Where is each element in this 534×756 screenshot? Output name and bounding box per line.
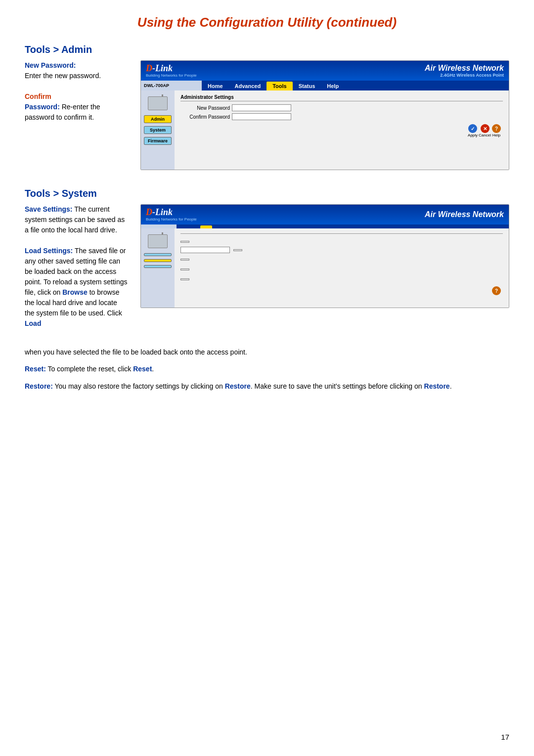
apply-label: Apply bbox=[468, 133, 478, 137]
new-password-input[interactable] bbox=[232, 104, 291, 111]
load-continuation: when you have selected the file to be lo… bbox=[25, 348, 247, 356]
confirm-password-label: Password: bbox=[25, 103, 60, 111]
air-wireless-title: Air Wireless Network bbox=[425, 64, 504, 73]
restore-section bbox=[180, 274, 503, 280]
firmware-btn[interactable]: Firmware bbox=[144, 137, 172, 145]
new-password-field-label: New Password bbox=[180, 105, 230, 111]
dlink-logo-sub-sys: Building Networks for People bbox=[146, 217, 197, 222]
dlink-logo-sys: D-Link Building Networks for People bbox=[146, 208, 197, 222]
help-button[interactable]: ? Help bbox=[492, 124, 501, 137]
system-help-row: ? bbox=[180, 284, 503, 297]
system-panel-main: ? bbox=[175, 228, 509, 308]
admin-section: New Password: Enter the new password. Co… bbox=[25, 60, 509, 170]
system-help-icon: ? bbox=[492, 286, 501, 295]
save-settings-section bbox=[180, 237, 503, 243]
system-description: Save Settings: The current system settin… bbox=[25, 204, 129, 329]
confirm-password-input[interactable] bbox=[232, 113, 291, 120]
system-panel-content: ? bbox=[141, 228, 509, 308]
dlink-logo: D-Link Building Networks for People bbox=[146, 64, 197, 78]
page-title: Using the Configuration Utility (continu… bbox=[25, 15, 509, 30]
new-password-text: Enter the new password. bbox=[25, 72, 101, 80]
system-panel: D-Link Building Networks for People Air … bbox=[140, 204, 509, 308]
reset-link[interactable]: Reset bbox=[133, 365, 152, 373]
page-number: 17 bbox=[501, 733, 509, 741]
reset-button[interactable] bbox=[180, 268, 189, 270]
cancel-icon: ✕ bbox=[481, 124, 490, 133]
load-file-input[interactable] bbox=[180, 247, 230, 253]
load-settings-label: Load Settings: bbox=[25, 247, 73, 255]
system-panel-sidebar bbox=[141, 228, 175, 308]
system-system-btn[interactable] bbox=[144, 259, 172, 262]
restore-label: Restore: bbox=[25, 382, 53, 390]
restore-mid: . Make sure to save the unit’s settings … bbox=[251, 382, 422, 390]
system-firmware-btn[interactable] bbox=[144, 265, 172, 268]
help-label: Help bbox=[492, 133, 500, 137]
system-help-button[interactable]: ? bbox=[492, 286, 501, 295]
dlink-logo-text: D-Link bbox=[146, 64, 197, 73]
new-password-row: New Password bbox=[180, 104, 503, 111]
admin-nav-home[interactable]: Home bbox=[202, 82, 229, 90]
dlink-logo-sub: Building Networks for People bbox=[146, 73, 197, 78]
admin-panel-content: Admin System Firmware Administrator Sett… bbox=[141, 90, 509, 170]
air-wireless-branding: Air Wireless Network 2.4GHz Wireless Acc… bbox=[425, 64, 504, 78]
restore-link[interactable]: Restore bbox=[225, 382, 251, 390]
reset-end: . bbox=[152, 365, 154, 373]
admin-device-model: DWL-700AP bbox=[141, 82, 172, 89]
admin-nav-advanced[interactable]: Advanced bbox=[229, 82, 267, 90]
reset-section bbox=[180, 265, 503, 270]
cancel-label: Cancel bbox=[479, 133, 491, 137]
admin-actions: ✓ Apply ✕ Cancel ? Help bbox=[180, 122, 503, 139]
system-nav-bar bbox=[177, 224, 509, 228]
system-btn[interactable]: System bbox=[144, 126, 172, 134]
air-wireless-sys: Air Wireless Network bbox=[425, 210, 504, 219]
admin-section-title: Tools > Admin bbox=[25, 44, 92, 55]
restore-link2[interactable]: Restore bbox=[424, 382, 450, 390]
confirm-label: Confirm bbox=[25, 92, 51, 100]
device-image bbox=[147, 94, 169, 112]
admin-content-title: Administrator Settings bbox=[180, 94, 503, 101]
system-panel-header: D-Link Building Networks for People Air … bbox=[141, 205, 509, 224]
system-admin-btn[interactable] bbox=[144, 253, 172, 256]
apply-button[interactable]: ✓ Apply bbox=[468, 124, 478, 137]
apply-icon: ✓ bbox=[468, 124, 477, 133]
save-button[interactable] bbox=[180, 241, 189, 243]
system-device-model bbox=[141, 225, 147, 227]
admin-btn[interactable]: Admin bbox=[144, 115, 172, 123]
admin-panel-header: D-Link Building Networks for People Air … bbox=[141, 61, 509, 81]
cancel-button[interactable]: ✕ Cancel bbox=[479, 124, 491, 137]
reset-text: To complete the reset, click bbox=[47, 365, 131, 373]
browse-button[interactable] bbox=[233, 249, 242, 251]
new-password-label: New Password: bbox=[25, 61, 76, 69]
admin-nav-help[interactable]: Help bbox=[321, 82, 345, 90]
air-wireless-title-sys: Air Wireless Network bbox=[425, 210, 504, 219]
admin-description: New Password: Enter the new password. Co… bbox=[25, 60, 129, 123]
reset-label: Reset: bbox=[25, 365, 46, 373]
bottom-text: when you have selected the file to be lo… bbox=[25, 347, 509, 392]
air-wireless-subtitle: 2.4GHz Wireless Access Point bbox=[425, 73, 504, 78]
system-section-title: Tools > System bbox=[25, 188, 97, 199]
system-device-image bbox=[147, 232, 169, 250]
restore-end: . bbox=[450, 382, 452, 390]
admin-nav-bar: Home Advanced Tools Status Help bbox=[202, 81, 509, 90]
system-content-title bbox=[180, 232, 503, 234]
dlink-logo-text-sys: D-Link bbox=[146, 208, 197, 217]
admin-nav-status[interactable]: Status bbox=[293, 82, 321, 90]
system-section: Save Settings: The current system settin… bbox=[25, 204, 509, 329]
load-row bbox=[180, 247, 503, 253]
load-button[interactable] bbox=[180, 259, 189, 261]
restore-button[interactable] bbox=[180, 278, 189, 280]
confirm-password-row: Confirm Password bbox=[180, 113, 503, 120]
save-settings-label: Save Settings: bbox=[25, 205, 72, 213]
admin-nav-tools[interactable]: Tools bbox=[267, 82, 293, 90]
load-settings-section bbox=[180, 247, 503, 261]
help-icon: ? bbox=[492, 124, 501, 133]
browse-link-inline[interactable]: Browse bbox=[62, 288, 88, 296]
confirm-password-field-label: Confirm Password bbox=[180, 114, 230, 120]
restore-text: You may also restore the factory setting… bbox=[54, 382, 222, 390]
admin-panel-sidebar: Admin System Firmware bbox=[141, 90, 175, 170]
admin-panel: D-Link Building Networks for People Air … bbox=[140, 60, 509, 170]
admin-panel-main: Administrator Settings New Password Conf… bbox=[175, 90, 509, 170]
load-link-inline[interactable]: Load bbox=[25, 319, 41, 327]
